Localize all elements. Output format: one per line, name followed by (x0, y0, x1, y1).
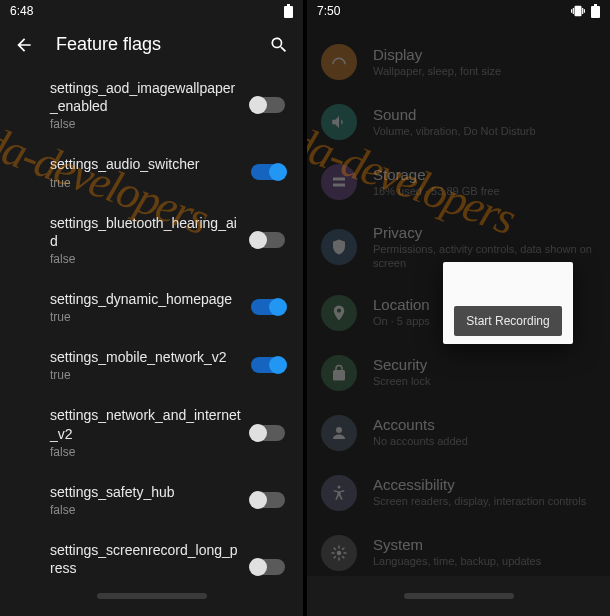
feature-flags-screen: 6:48 Feature flags settings_aod_imagewal… (0, 0, 303, 616)
flag-value: false (50, 117, 241, 131)
display-icon (321, 44, 357, 80)
flag-name: settings_network_and_internet_v2 (50, 406, 241, 442)
settings-row[interactable]: Sound Volume, vibration, Do Not Disturb (307, 92, 610, 152)
flag-text: settings_aod_imagewallpaper_enabled fals… (50, 79, 251, 131)
settings-text: Accounts No accounts added (373, 416, 596, 448)
flag-row[interactable]: settings_screenrecord_long_press false (0, 529, 303, 576)
battery-icon (591, 4, 600, 18)
settings-subtitle: Screen readers, display, interaction con… (373, 494, 596, 508)
settings-title: Security (373, 356, 596, 373)
flags-list: settings_aod_imagewallpaper_enabled fals… (0, 67, 303, 576)
flag-value: true (50, 310, 241, 324)
flag-text: settings_audio_switcher true (50, 155, 251, 189)
search-button[interactable] (269, 35, 289, 55)
vibrate-icon (571, 4, 585, 18)
settings-row[interactable]: Accessibility Screen readers, display, i… (307, 463, 610, 523)
svg-point-5 (336, 427, 342, 433)
flag-text: settings_safety_hub false (50, 483, 251, 517)
accessibility-icon (321, 475, 357, 511)
flag-name: settings_aod_imagewallpaper_enabled (50, 79, 241, 115)
storage-icon (321, 164, 357, 200)
flag-row[interactable]: settings_bluetooth_hearing_aid false (0, 202, 303, 278)
privacy-icon (321, 229, 357, 265)
flag-toggle[interactable] (251, 164, 285, 180)
flag-text: settings_mobile_network_v2 true (50, 348, 251, 382)
settings-title: Privacy (373, 224, 596, 241)
flag-value: true (50, 176, 241, 190)
flag-value: false (50, 445, 241, 459)
flag-name: settings_screenrecord_long_press (50, 541, 241, 576)
svg-rect-2 (591, 6, 600, 18)
flag-value: false (50, 503, 241, 517)
settings-text: Sound Volume, vibration, Do Not Disturb (373, 106, 596, 138)
flag-toggle[interactable] (251, 357, 285, 373)
status-time: 6:48 (10, 4, 284, 18)
settings-row[interactable]: Security Screen lock (307, 343, 610, 403)
flag-toggle[interactable] (251, 559, 285, 575)
flag-toggle[interactable] (251, 492, 285, 508)
settings-title: System (373, 536, 596, 553)
settings-subtitle: 16% used · 53.89 GB free (373, 184, 596, 198)
svg-point-4 (335, 184, 337, 186)
svg-rect-0 (284, 6, 293, 18)
settings-title: Display (373, 46, 596, 63)
flag-toggle[interactable] (251, 425, 285, 441)
svg-point-7 (337, 550, 342, 555)
svg-rect-1 (287, 4, 290, 6)
flag-row[interactable]: settings_safety_hub false (0, 471, 303, 529)
svg-rect-3 (594, 4, 597, 6)
nav-bar (307, 576, 610, 616)
flag-toggle[interactable] (251, 97, 285, 113)
back-button[interactable] (14, 35, 34, 55)
sound-icon (321, 104, 357, 140)
flag-name: settings_audio_switcher (50, 155, 241, 173)
nav-bar (0, 576, 303, 616)
status-bar: 6:48 (0, 0, 303, 22)
flag-toggle[interactable] (251, 232, 285, 248)
system-icon (321, 535, 357, 571)
nav-pill[interactable] (97, 593, 207, 599)
screen-record-popup: Start Recording (443, 262, 573, 344)
settings-row[interactable]: Display Wallpaper, sleep, font size (307, 32, 610, 92)
settings-row[interactable]: Accounts No accounts added (307, 403, 610, 463)
settings-row[interactable]: Storage 16% used · 53.89 GB free (307, 152, 610, 212)
status-bar: 7:50 (307, 0, 610, 22)
cut-item (307, 22, 610, 32)
flag-name: settings_safety_hub (50, 483, 241, 501)
flag-row[interactable]: settings_aod_imagewallpaper_enabled fals… (0, 67, 303, 143)
flag-text: settings_dynamic_homepage true (50, 290, 251, 324)
security-icon (321, 355, 357, 391)
flag-row[interactable]: settings_audio_switcher true (0, 143, 303, 201)
start-recording-button[interactable]: Start Recording (454, 306, 561, 336)
location-icon (321, 295, 357, 331)
flag-row[interactable]: settings_network_and_internet_v2 false (0, 394, 303, 470)
settings-subtitle: No accounts added (373, 434, 596, 448)
settings-subtitle: Wallpaper, sleep, font size (373, 64, 596, 78)
flag-text: settings_network_and_internet_v2 false (50, 406, 251, 458)
svg-point-6 (338, 485, 341, 488)
header: Feature flags (0, 22, 303, 67)
flag-toggle[interactable] (251, 299, 285, 315)
search-icon (269, 35, 289, 55)
settings-title: Accessibility (373, 476, 596, 493)
settings-screen: 7:50 Display Wallpaper, sleep, font size… (307, 0, 610, 616)
settings-row[interactable]: System Languages, time, backup, updates (307, 523, 610, 576)
settings-title: Sound (373, 106, 596, 123)
settings-subtitle: Volume, vibration, Do Not Disturb (373, 124, 596, 138)
nav-pill[interactable] (404, 593, 514, 599)
flag-name: settings_dynamic_homepage (50, 290, 241, 308)
settings-text: System Languages, time, backup, updates (373, 536, 596, 568)
flag-text: settings_bluetooth_hearing_aid false (50, 214, 251, 266)
settings-title: Storage (373, 166, 596, 183)
flag-text: settings_screenrecord_long_press false (50, 541, 251, 576)
flag-value: false (50, 252, 241, 266)
status-time: 7:50 (317, 4, 571, 18)
flag-name: settings_mobile_network_v2 (50, 348, 241, 366)
flag-row[interactable]: settings_mobile_network_v2 true (0, 336, 303, 394)
settings-text: Storage 16% used · 53.89 GB free (373, 166, 596, 198)
page-title: Feature flags (56, 34, 269, 55)
settings-text: Accessibility Screen readers, display, i… (373, 476, 596, 508)
battery-icon (284, 4, 293, 18)
settings-text: Display Wallpaper, sleep, font size (373, 46, 596, 78)
flag-row[interactable]: settings_dynamic_homepage true (0, 278, 303, 336)
